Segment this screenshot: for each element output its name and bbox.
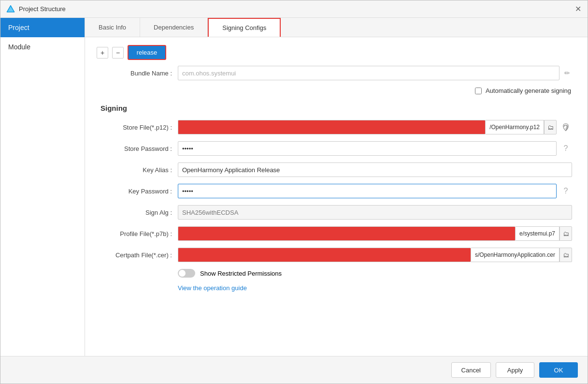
- key-alias-row: Key Alias :: [100, 162, 572, 177]
- profile-file-redacted[interactable]: [178, 226, 516, 241]
- key-alias-input[interactable]: [178, 162, 572, 177]
- apply-button[interactable]: Apply: [496, 362, 534, 378]
- dialog-title: Project Structure: [19, 5, 66, 13]
- profile-file-label: Profile File(*.p7b) :: [100, 230, 178, 237]
- sign-alg-row: Sign Alg :: [100, 205, 572, 220]
- store-file-label: Store File(*.p12) :: [100, 124, 178, 131]
- bundle-name-input[interactable]: [178, 66, 559, 80]
- app-logo-icon: [6, 5, 15, 14]
- profile-file-row: Profile File(*.p7b) : e/systemui.p7 🗂: [100, 226, 572, 241]
- toggle-knob: [179, 270, 186, 277]
- store-file-suffix: /OpenHarmony.p12: [486, 120, 544, 134]
- title-bar: Project Structure ✕: [0, 0, 588, 18]
- auto-sign-label: Automatically generate signing: [486, 87, 571, 94]
- store-file-folder-button[interactable]: 🗂: [544, 120, 557, 134]
- config-toolbar: + − release: [97, 45, 576, 60]
- certpath-file-field: s/OpenHarmonyApplication.cer 🗂: [178, 248, 572, 262]
- close-button[interactable]: ✕: [574, 5, 582, 13]
- ok-button[interactable]: OK: [539, 362, 578, 378]
- auto-sign-row: Automatically generate signing: [100, 87, 572, 94]
- footer: Cancel Apply OK: [0, 356, 588, 384]
- store-password-row: Store Password : ?: [100, 141, 572, 156]
- key-password-help-icon[interactable]: ?: [559, 185, 572, 197]
- key-password-row: Key Password : ?: [100, 184, 572, 198]
- bundle-name-row: Bundle Name : ✏: [100, 66, 572, 80]
- certpath-file-suffix: s/OpenHarmonyApplication.cer: [471, 248, 559, 262]
- store-password-label: Store Password :: [100, 145, 178, 152]
- restricted-permissions-toggle[interactable]: [178, 269, 195, 278]
- store-password-field: ?: [178, 141, 572, 156]
- key-password-label: Key Password :: [100, 188, 178, 195]
- certpath-file-redacted[interactable]: [178, 248, 471, 262]
- store-file-redacted[interactable]: [178, 120, 486, 134]
- title-bar-left: Project Structure: [6, 5, 66, 14]
- store-password-input[interactable]: [178, 141, 557, 156]
- tab-basic-info[interactable]: Basic Info: [85, 18, 140, 37]
- profile-file-folder-button[interactable]: 🗂: [559, 226, 572, 241]
- tab-dependencies[interactable]: Dependencies: [140, 18, 208, 37]
- certpath-file-folder-button[interactable]: 🗂: [559, 248, 572, 262]
- profile-file-redacted-container: e/systemui.p7 🗂: [178, 226, 572, 241]
- auto-sign-checkbox[interactable]: [475, 88, 482, 94]
- store-file-row: Store File(*.p12) : /OpenHarmony.p12 🗂: [100, 120, 572, 134]
- sign-alg-label: Sign Alg :: [100, 209, 178, 216]
- remove-config-button[interactable]: −: [112, 47, 124, 59]
- key-alias-label: Key Alias :: [100, 166, 178, 174]
- content-area: Project Module Basic Info Dependencies S…: [0, 18, 588, 356]
- project-structure-dialog: Project Structure ✕ Project Module Basic…: [0, 0, 588, 384]
- restricted-permissions-label: Show Restricted Permissions: [200, 270, 282, 277]
- profile-file-field: e/systemui.p7 🗂: [178, 226, 572, 241]
- certpath-file-redacted-container: s/OpenHarmonyApplication.cer 🗂: [178, 248, 572, 262]
- key-password-input[interactable]: [178, 184, 557, 198]
- add-config-button[interactable]: +: [97, 47, 108, 59]
- certpath-file-label: Certpath File(*.cer) :: [100, 251, 178, 259]
- tab-signing-configs[interactable]: Signing Configs: [208, 18, 281, 37]
- sign-alg-input: [178, 205, 572, 220]
- sidebar: Project Module: [0, 18, 85, 356]
- fingerprint-icon[interactable]: [559, 121, 572, 133]
- store-file-field: /OpenHarmony.p12 🗂: [178, 120, 572, 134]
- bundle-name-label: Bundle Name :: [100, 70, 178, 77]
- restricted-permissions-row: Show Restricted Permissions: [100, 269, 572, 278]
- key-password-field: ?: [178, 184, 572, 198]
- main-panel: Basic Info Dependencies Signing Configs …: [85, 18, 588, 356]
- cancel-button[interactable]: Cancel: [451, 362, 491, 378]
- bundle-name-field: ✏: [178, 66, 572, 80]
- profile-file-suffix: e/systemui.p7: [516, 226, 559, 241]
- release-config-item[interactable]: release: [128, 45, 166, 60]
- key-alias-field: [178, 162, 572, 177]
- store-file-redacted-container: /OpenHarmony.p12 🗂: [178, 120, 557, 134]
- sign-alg-field: [178, 205, 572, 220]
- signing-form: Bundle Name : ✏ Automatically generate s…: [97, 66, 576, 292]
- sidebar-item-project[interactable]: Project: [0, 18, 85, 37]
- panel-content: + − release Bundle Name : ✏: [85, 37, 588, 356]
- store-password-help-icon[interactable]: ?: [559, 142, 572, 155]
- certpath-file-row: Certpath File(*.cer) : s/OpenHarmonyAppl…: [100, 248, 572, 262]
- signing-section-title: Signing: [100, 102, 572, 112]
- operation-guide-link[interactable]: View the operation guide: [100, 284, 572, 292]
- edit-icon[interactable]: ✏: [562, 68, 572, 78]
- sidebar-item-module[interactable]: Module: [0, 37, 85, 57]
- tabs-bar: Basic Info Dependencies Signing Configs: [85, 18, 588, 37]
